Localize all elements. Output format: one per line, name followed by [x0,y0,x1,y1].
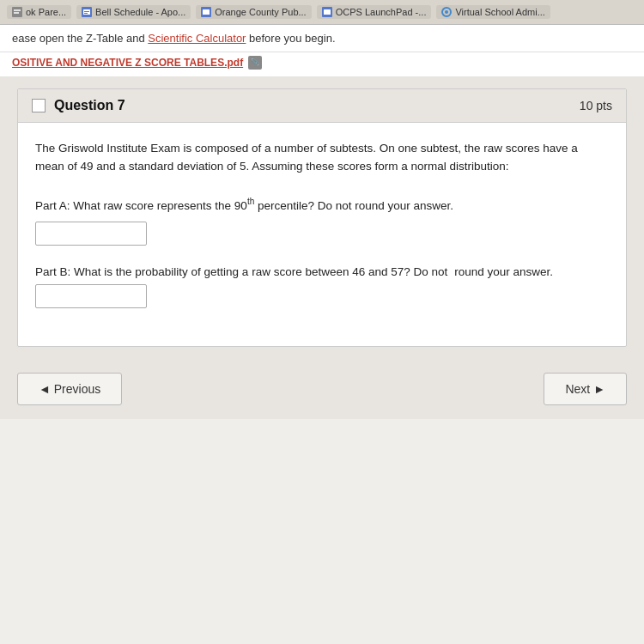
main-content: Question 7 10 pts The Griswold Institute… [0,76,644,359]
nav-bar: ◄ Previous Next ► [0,359,644,419]
tab-ocps[interactable]: OCPS LaunchPad -... [317,5,432,19]
pdf-icon: 📎 [248,56,262,70]
part-b-text-line2: round your answer. [454,263,553,282]
svg-rect-10 [324,9,331,15]
question-header: Question 7 10 pts [18,89,626,123]
instruction-bar: ease open the Z-Table and Scientific Cal… [0,25,644,52]
question-checkbox[interactable] [32,99,46,112]
part-a-text-before: Part A: What raw score represents the 90 [35,198,247,211]
part-a-section: Part A: What raw score represents the 90… [35,195,609,246]
tab-pare-label: ok Pare... [26,7,66,17]
tab-virtual[interactable]: Virtual School Admi... [436,5,550,19]
tab-icon-orange [201,7,211,17]
part-a-superscript: th [247,197,254,206]
question-body-text: The Griswold Institute Exam is composed … [35,140,609,176]
svg-rect-8 [203,9,210,15]
tab-icon-pare [12,7,22,17]
tab-orange-label: Orange County Pub... [215,7,306,17]
instruction-text-before: ease open the Z-Table and [12,32,148,45]
next-button[interactable]: Next ► [544,373,627,405]
question-body: The Griswold Institute Exam is composed … [18,123,626,346]
browser-tab-bar: ok Pare... Bell Schedule - Apo... Orange… [0,0,644,25]
part-a-text-after: percentile? Do not round your answer. [254,198,453,211]
tab-ocps-label: OCPS LaunchPad -... [336,7,427,17]
question-points: 10 pts [580,99,612,112]
question-header-left: Question 7 [32,98,125,113]
tab-pare[interactable]: ok Pare... [7,5,71,19]
tab-icon-bell [82,7,92,17]
previous-button[interactable]: ◄ Previous [17,373,122,405]
part-a-input[interactable] [35,222,147,246]
tab-virtual-label: Virtual School Admi... [455,7,544,17]
tab-bell-label: Bell Schedule - Apo... [95,7,185,17]
question-card: Question 7 10 pts The Griswold Institute… [17,88,627,347]
part-a-label: Part A: What raw score represents the 90… [35,195,609,215]
svg-rect-0 [12,7,22,17]
part-b-input[interactable] [35,284,147,308]
pdf-bar: OSITIVE AND NEGATIVE Z SCORE TABLES.pdf … [0,52,644,76]
instruction-text-after: before you begin. [246,32,335,45]
tab-orange[interactable]: Orange County Pub... [196,5,311,19]
svg-point-12 [445,10,448,14]
question-title: Question 7 [54,98,125,113]
part-b-section: Part B: What is the probability of getti… [35,263,609,309]
pdf-link[interactable]: OSITIVE AND NEGATIVE Z SCORE TABLES.pdf [12,57,243,69]
tab-icon-ocps [322,7,332,17]
part-b-text-line1: Part B: What is the probability of getti… [35,263,447,282]
part-b-label: Part B: What is the probability of getti… [35,263,609,309]
scientific-calculator-link[interactable]: Scientific Calculator [148,32,246,45]
tab-bell[interactable]: Bell Schedule - Apo... [76,5,191,19]
tab-icon-virtual [441,7,452,17]
svg-rect-6 [84,13,88,14]
svg-rect-5 [84,11,89,12]
